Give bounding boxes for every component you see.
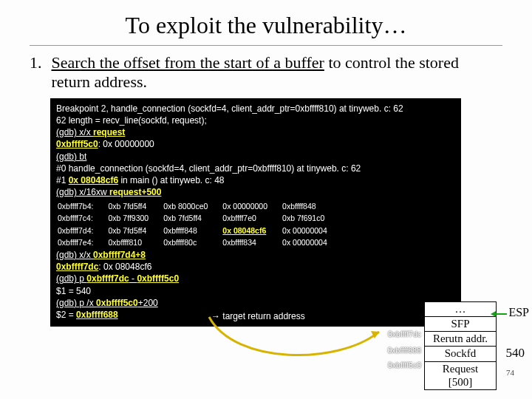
plus: +200 [138, 298, 158, 308]
stack-cell-size: [500] [424, 375, 497, 390]
step-text: Search the offset from the start of a bu… [52, 53, 488, 92]
term-line: #0 handle_connection (sockfd=4, client_a… [56, 163, 455, 174]
hex-row: 0xbffff7b4: 0xb 7fd5ff4 0xb 8000ce0 0x 0… [58, 201, 341, 211]
term-line: Breakpoint 2, handle_connection (sockfd=… [56, 103, 455, 115]
target-label: → target return address [211, 310, 305, 322]
gdb-cmd: (gdb) p /x [56, 298, 96, 308]
hex-val: 0xbffff834 [222, 237, 281, 248]
slide-title: To exploit the vulnerability… [0, 0, 532, 45]
gdb-arg: request [93, 127, 125, 137]
hex-val: 0x 00000004 [282, 225, 341, 236]
stack-cell-request: Request [424, 361, 497, 376]
frame: #1 [56, 175, 69, 185]
terminal-output: Breakpoint 2, handle_connection (sockfd=… [50, 98, 461, 327]
stack-addr-label: 0xbffff5c0 [388, 361, 421, 369]
arrow-icon [495, 313, 507, 315]
term-line: (gdb) x/x request [56, 126, 455, 138]
divider [30, 45, 502, 46]
gdb-arg: 0xbffff7d4+8 [93, 250, 146, 260]
offset-label: 540 [506, 346, 525, 361]
term-line: $1 = 540 [56, 285, 455, 297]
stack-cell-return: Rerutn addr. [424, 331, 497, 347]
body-text: 1. Search the offset from the start of a… [0, 53, 532, 92]
minus: - [129, 273, 137, 284]
hex-row: 0xbffff7e4: 0xbffff810 0xbffff80c 0xbfff… [58, 237, 341, 248]
stack-addr-label: 0xbffff688 [387, 346, 421, 355]
stack-cell: Sockfd [424, 346, 497, 361]
term-line: (gdb) p /x 0xbffff5c0+200 [56, 297, 455, 309]
gdb-cmd: (gdb) x/16xw [56, 187, 109, 197]
hex-val: 0xbffff810 [108, 237, 162, 248]
term-line: 0xbffff7dc: 0x 08048cf6 [56, 261, 455, 273]
rest: in main () at tinyweb. c: 48 [118, 175, 224, 185]
res: $2 = [56, 310, 76, 320]
step-underlined: Search the offset from the start of a bu… [52, 53, 324, 72]
esp-label: ESP [508, 306, 529, 319]
hex-dump: 0xbffff7b4: 0xb 7fd5ff4 0xb 8000ce0 0x 0… [56, 200, 342, 249]
hex-row: 0xbffff7d4: 0xb 7fd5ff4 0xbffff848 0x 08… [58, 225, 341, 236]
term-line: (gdb) bt [56, 151, 455, 163]
stack-cell: SFP [424, 316, 497, 332]
addr: 0xbffff7dc [56, 262, 98, 272]
hex-val: 0xbffff848 [163, 225, 221, 236]
gdb-arg: 0xbffff7dc [86, 273, 129, 284]
hex-addr: 0xbffff7d4: [58, 225, 106, 236]
term-line: 0xbffff5c0: 0x 00000000 [56, 138, 455, 150]
hex-val: 0xb 7f691c0 [282, 213, 341, 223]
hex-addr: 0xbffff7c4: [58, 213, 106, 223]
stack-addr-label: 0xbffff7dc [388, 330, 421, 338]
addr: 0x 08048cf6 [69, 175, 118, 185]
hex-val: 0xb 7fd5ff4 [108, 225, 162, 236]
gdb-arg: 0xbffff5c0 [96, 298, 138, 308]
hex-val: 0xbffff848 [282, 201, 341, 211]
gdb-arg: request+500 [109, 187, 161, 197]
hex-val: 0x 00000000 [222, 201, 281, 211]
hex-row: 0xbffff7c4: 0xb 7ff9300 0xb 7fd5ff4 0xbf… [58, 213, 341, 223]
hex-val: 0x 08048cf6 [222, 225, 281, 236]
hex-addr: 0xbffff7e4: [58, 237, 106, 248]
svg-marker-0 [371, 331, 379, 338]
hex-val: 0xb 7fd5ff4 [108, 201, 162, 211]
gdb-arg: 0xbffff5c0 [137, 273, 179, 284]
gdb-cmd: (gdb) x/x [56, 127, 93, 137]
hex-addr: 0xbffff7b4: [58, 201, 106, 211]
term-line: (gdb) x/x 0xbffff7d4+8 [56, 249, 455, 261]
hex-val: 0x 00000004 [282, 237, 341, 248]
stack-cell: … [424, 301, 497, 317]
gdb-cmd: (gdb) p [56, 273, 86, 284]
term-line: #1 0x 08048cf6 in main () at tinyweb. c:… [56, 174, 455, 186]
val: : 0x 00000000 [98, 139, 154, 149]
gdb-val: 0xbffff688 [76, 310, 118, 320]
stack-diagram: … SFP Rerutn addr. Sockfd Request [500] [424, 302, 497, 391]
hex-val: 0xbffff7e0 [222, 213, 281, 223]
val: : 0x 08048cf6 [98, 262, 151, 272]
gdb-cmd: (gdb) x/x [56, 250, 93, 260]
page-number: 74 [506, 368, 514, 377]
hex-val: 0xb 7fd5ff4 [163, 213, 221, 223]
hex-val: 0xbffff80c [163, 237, 221, 248]
term-line: (gdb) x/16xw request+500 [56, 186, 455, 198]
hex-val: 0xb 8000ce0 [163, 201, 221, 211]
addr: 0xbffff5c0 [56, 139, 98, 149]
term-line: 62 length = recv_line(sockfd, request); [56, 115, 455, 126]
hex-val: 0xb 7ff9300 [108, 213, 162, 223]
step-number: 1. [30, 53, 47, 72]
term-line: (gdb) p 0xbffff7dc - 0xbffff5c0 [56, 273, 455, 284]
